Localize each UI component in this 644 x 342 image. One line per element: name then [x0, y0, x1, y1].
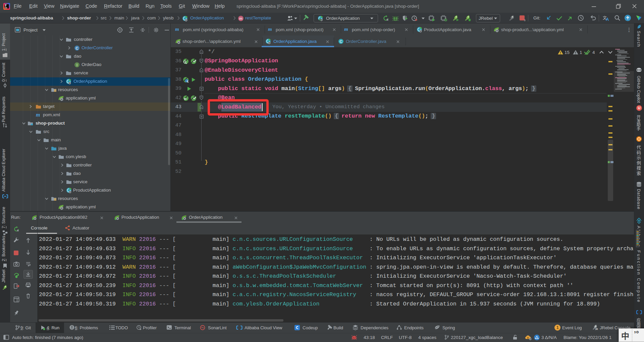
svg-text:C: C	[340, 40, 342, 44]
svg-text:C: C	[76, 46, 78, 50]
svg-text:m: m	[239, 16, 243, 20]
svg-text:I: I	[76, 63, 77, 67]
svg-text:JR: JR	[5, 288, 8, 290]
svg-text:JR: JR	[595, 328, 598, 330]
